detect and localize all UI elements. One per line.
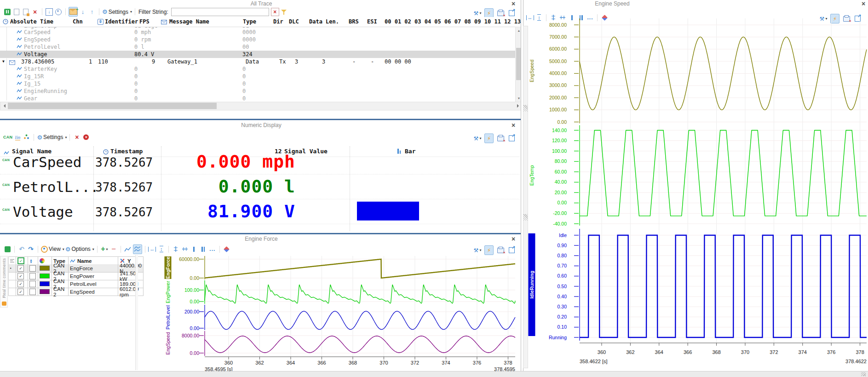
sort-icon[interactable]: ▲▼: [28, 257, 38, 265]
svg-text:366: 366: [317, 360, 326, 365]
color-options-button[interactable]: [23, 133, 31, 142]
remove-button[interactable]: ×: [73, 133, 81, 142]
visible-checkbox[interactable]: ✓: [16, 280, 28, 288]
svg-text:0.50: 0.50: [558, 284, 567, 289]
table-row-message[interactable]: ▼ 378.436005 1 110 9 Gateway_1 Data Tx 3…: [0, 58, 515, 65]
signal-name: Voltage: [24, 51, 47, 58]
numeric-display-panel: Numeric Display × CAN lin ⚙ Settings ▾ ×…: [0, 120, 523, 232]
column-message-name[interactable]: Message Name: [169, 18, 209, 25]
numeric-row[interactable]: CAN CarSpeed 378.5267 0.000 mph: [0, 149, 520, 174]
lin-filter-button[interactable]: lin: [13, 133, 22, 142]
column-identifier[interactable]: Identifier: [105, 18, 138, 25]
signal-icon: [17, 73, 22, 80]
measurement-button[interactable]: [3, 244, 11, 254]
resize-grip-icon[interactable]: [861, 372, 866, 376]
column-absolute-time[interactable]: Absolute Time: [10, 18, 53, 25]
close-icon[interactable]: ×: [510, 122, 517, 128]
scroll-left-icon[interactable]: [2, 104, 6, 108]
svg-text:362: 362: [626, 349, 634, 355]
column-data-len[interactable]: Data Len.: [309, 18, 339, 25]
panel-title: Numeric Display: [0, 122, 523, 128]
table-row-selected[interactable]: Voltage 80.4 V 324: [0, 51, 515, 58]
legend-row[interactable]: ✓ CAN 2 EngSpeed 6012.00 rpm: [8, 288, 144, 296]
message-datalen: 3: [322, 58, 325, 65]
message-chn: 1: [89, 58, 92, 65]
redo-button[interactable]: ↷: [27, 244, 35, 254]
message-name: Gateway_1: [167, 58, 197, 65]
table-row[interactable]: Gear 0 0: [0, 95, 515, 102]
table-row[interactable]: Ig_15R 0 0: [0, 73, 515, 80]
live-update-button[interactable]: ⚡: [484, 133, 494, 143]
svg-text:370: 370: [379, 360, 388, 365]
realtime-comments-tab[interactable]: Real time comments: [0, 256, 8, 307]
signal-name: EngineRunning: [24, 87, 67, 95]
axis-checkbox[interactable]: [28, 280, 38, 288]
column-name[interactable]: Name: [68, 257, 118, 265]
svg-text:366: 366: [684, 349, 692, 355]
engine-speed-chart[interactable]: 8000.007000.006000.005000.004000.003000.…: [523, 14, 868, 371]
svg-text:0.00: 0.00: [190, 350, 200, 356]
tools-button[interactable]: ⚒▾: [473, 134, 482, 143]
view-button[interactable]: View ▾: [41, 244, 64, 254]
options-button[interactable]: ⚙ Options ▾: [65, 244, 94, 254]
table-row[interactable]: CarSpeed 0 mph 0000: [0, 29, 515, 36]
table-row[interactable]: StarterKey 0 0: [0, 65, 515, 73]
scrollbar-thumb[interactable]: [8, 103, 217, 109]
svg-text:372: 372: [411, 360, 419, 365]
dots-icon: [23, 134, 30, 140]
axis-checkbox[interactable]: [28, 264, 38, 272]
signal-value: 0: [134, 80, 138, 87]
svg-text:0.00: 0.00: [190, 325, 200, 331]
svg-text:2000.00: 2000.00: [549, 95, 567, 100]
column-esi[interactable]: ESI: [367, 18, 377, 25]
svg-text:360: 360: [598, 349, 606, 355]
column-bytes[interactable]: 00 01 02 03 04 05 06 07 08 09 10 11 12 1…: [385, 18, 521, 25]
svg-text:364: 364: [287, 360, 295, 365]
print-button[interactable]: ×: [496, 134, 505, 143]
svg-text:0.00: 0.00: [190, 299, 200, 304]
signal-icon: [17, 51, 22, 58]
column-fps[interactable]: FPS: [139, 18, 149, 25]
signal-hex: 0: [242, 95, 246, 102]
svg-text:0.00: 0.00: [190, 275, 200, 281]
color-swatch[interactable]: [38, 280, 52, 288]
scroll-right-icon[interactable]: [517, 104, 521, 108]
remove-all-button[interactable]: ×: [82, 133, 90, 142]
visible-checkbox[interactable]: ✓: [16, 264, 28, 272]
column-dlc[interactable]: DLC: [289, 18, 299, 25]
numeric-row[interactable]: CAN PetrolL... 378.5267 0.000 l: [0, 174, 520, 199]
axis-checkbox[interactable]: [28, 288, 38, 296]
single-axis-button[interactable]: [124, 244, 132, 254]
column-chn[interactable]: Chn: [73, 18, 83, 25]
horizontal-scrollbar[interactable]: [0, 102, 523, 110]
column-dir[interactable]: Dir: [273, 18, 283, 25]
close-icon[interactable]: ×: [860, 0, 867, 7]
undo-button[interactable]: ↶: [17, 244, 26, 254]
can-filter-button[interactable]: CAN: [3, 133, 12, 142]
legend-row[interactable]: ✓ CAN 2 EngPower 141.50 kW: [8, 272, 144, 280]
color-wheel-icon[interactable]: [38, 257, 52, 265]
color-swatch[interactable]: [38, 272, 52, 280]
column-brs[interactable]: BRS: [349, 18, 359, 25]
add-signal-button[interactable]: +▾: [100, 244, 109, 254]
table-row[interactable]: Ig_15 0 0: [0, 80, 515, 87]
close-icon[interactable]: ×: [510, 236, 517, 242]
current-row-marker: [8, 288, 16, 296]
engine-force-chart[interactable]: 60000.000.00EngForce100.000.00EngPower20…: [138, 249, 523, 374]
svg-text:200.00: 200.00: [184, 309, 199, 314]
detach-button[interactable]: ↗: [507, 134, 516, 143]
visible-checkbox[interactable]: ✓: [16, 288, 28, 296]
color-swatch[interactable]: [38, 264, 52, 272]
remove-signal-button[interactable]: −: [109, 244, 118, 254]
table-row[interactable]: EngineRunning 0 0: [0, 87, 515, 95]
column-type[interactable]: Type: [243, 18, 256, 25]
visible-all-checkbox[interactable]: ✓: [16, 257, 28, 265]
color-swatch[interactable]: [38, 288, 52, 296]
table-row[interactable]: EngSpeed 0 rpm 0000: [0, 36, 515, 43]
numeric-row[interactable]: CAN Voltage 378.5267 81.900 V: [0, 199, 520, 224]
visible-checkbox[interactable]: ✓: [16, 272, 28, 280]
expander-icon[interactable]: ▼: [2, 58, 5, 65]
axis-checkbox[interactable]: [28, 272, 38, 280]
settings-button[interactable]: ⚙ Settings ▾: [37, 133, 67, 142]
table-row[interactable]: PetrolLevel 0 l 00: [0, 43, 515, 51]
